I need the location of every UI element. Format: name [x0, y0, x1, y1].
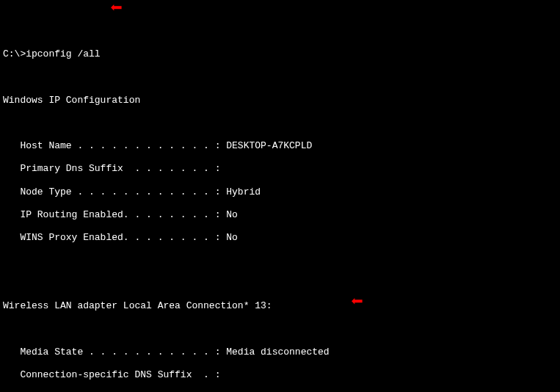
label: Host Name . . . . . . . . . . . . : — [3, 140, 226, 151]
blank-line — [3, 255, 557, 266]
label: Node Type . . . . . . . . . . . . : — [3, 186, 226, 197]
blank-line — [3, 277, 557, 289]
label: WINS Proxy Enabled. . . . . . . . : — [3, 232, 226, 243]
arrow-icon: ➡ — [351, 291, 363, 316]
section-header: Windows IP Configuration — [3, 95, 557, 106]
label: IP Routing Enabled. . . . . . . . : — [3, 209, 226, 220]
host-name-line: Host Name . . . . . . . . . . . . : DESK… — [3, 140, 557, 152]
command-prompt-line[interactable]: C:\>ipconfig /all — [3, 48, 557, 60]
arrow-icon: ➡ — [110, 0, 123, 22]
value: Media disconnected — [226, 346, 329, 357]
blank-line — [3, 72, 557, 84]
label: Media State . . . . . . . . . . . : — [3, 346, 226, 357]
value: Hybrid — [226, 186, 261, 197]
node-type-line: Node Type . . . . . . . . . . . . : Hybr… — [3, 186, 557, 198]
blank-line — [3, 324, 557, 335]
value: No — [226, 232, 238, 243]
media-state-line: Media State . . . . . . . . . . . : Medi… — [3, 346, 557, 358]
value: No — [226, 209, 238, 220]
ip-routing-line: IP Routing Enabled. . . . . . . . : No — [3, 209, 557, 221]
wins-proxy-line: WINS Proxy Enabled. . . . . . . . : No — [3, 232, 557, 244]
adapter-title: Wireless LAN adapter Local Area Connecti… — [3, 300, 557, 312]
dns-suffix-line: Connection-specific DNS Suffix . : — [3, 369, 557, 381]
primary-dns-line: Primary Dns Suffix . . . . . . . : — [3, 163, 557, 175]
blank-line — [3, 117, 557, 129]
value: DESKTOP-A7KCPLD — [226, 140, 312, 151]
